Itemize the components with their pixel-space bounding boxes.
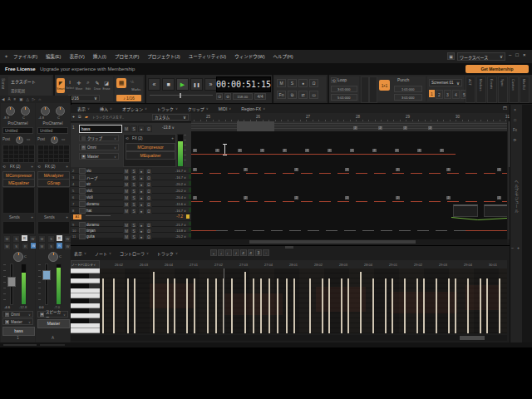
midi-clip-notes[interactable] (191, 201, 507, 202)
velocity-stem[interactable] (153, 272, 155, 333)
inspector-icon[interactable]: ▷ (32, 97, 35, 101)
loop-icon[interactable]: ⟲ (331, 77, 337, 83)
help-strip-icon-⟳[interactable]: ⟳ (513, 138, 517, 142)
fx-add-button[interactable]: + (66, 165, 68, 169)
collapsed-module-strip[interactable] (361, 76, 369, 103)
velocity-stem[interactable] (448, 278, 450, 333)
track-volume[interactable]: -20.2 ∨ (175, 234, 186, 239)
piano-roll-ruler[interactable]: 26:0226:0326:0427:0127:0227:0327:0428:01… (100, 260, 507, 268)
velocity-stem[interactable] (499, 278, 500, 333)
velocity-stem[interactable] (286, 278, 288, 333)
maximize-view-icon[interactable]: 🗖 (503, 106, 507, 111)
note-duration-button[interactable]: ♬ (248, 249, 254, 256)
collapsed-module-custom[interactable]: Custom (509, 76, 519, 103)
volume-fader[interactable] (7, 264, 14, 303)
velocity-stem[interactable] (341, 278, 342, 333)
track-row-7[interactable]: 7doramuMS●Ω-11.6 ∨ (71, 200, 191, 207)
fader-handle[interactable] (7, 277, 16, 287)
gain-knob[interactable] (41, 106, 50, 116)
track-row-10[interactable]: 10tinjanMS●Ω-13.8 ∨ (71, 227, 191, 233)
punch-to-field[interactable]: 3:01:000 (394, 94, 422, 101)
track-row-11[interactable]: 11guitaMS●Ω-20.2 ∨ (71, 233, 191, 239)
post-knob[interactable] (16, 136, 23, 144)
mix-icon-Ω[interactable]: Ω (309, 79, 318, 87)
midi-clip-line[interactable] (191, 230, 216, 231)
eq-display[interactable] (37, 145, 70, 163)
collapsed-module-events[interactable]: Events (487, 76, 497, 103)
velocity-stem[interactable] (186, 278, 188, 333)
volume-fader[interactable] (42, 264, 49, 303)
collapsed-module-strip[interactable] (369, 76, 377, 103)
export-range-label[interactable]: 選択範囲 (11, 89, 25, 92)
pause-button[interactable]: ❚❚ (190, 78, 203, 91)
input-dropdown[interactable]: ⊓Omni∨ (2, 311, 33, 318)
note-duration-button[interactable]: ♪ (233, 249, 239, 256)
note-duration-button[interactable]: 3 (255, 249, 262, 256)
track-volume[interactable]: -16.7 ∨ (175, 169, 186, 173)
gain-knob[interactable] (6, 106, 15, 116)
aux-send-knob[interactable] (86, 215, 111, 216)
menu-item[interactable]: プロセス(P) (115, 53, 139, 60)
strip-pan-knob[interactable] (13, 252, 23, 262)
auto-R-button[interactable]: R (57, 235, 62, 241)
menu-item[interactable]: 挿入(I) (93, 53, 106, 60)
countin-icon[interactable]: ⊘ (224, 93, 231, 100)
help-strip-icon-□[interactable]: □ (513, 118, 517, 122)
post-knob[interactable] (51, 136, 58, 144)
export-button[interactable]: エクスポート (11, 80, 36, 84)
auto-M-button[interactable]: M (3, 243, 11, 250)
velocity-stem[interactable] (134, 278, 135, 333)
track-row-5[interactable]: 5viol.MS●Ω-20.2 ∨ (71, 187, 191, 194)
zoom-in-button[interactable]: + (517, 246, 520, 250)
auto-S-button[interactable]: S (47, 235, 55, 243)
collapsed-module-markers[interactable]: Markers (476, 76, 486, 103)
mini-clip[interactable] (453, 204, 478, 217)
mix-icon-⇄[interactable]: ⇄ (298, 91, 308, 99)
velocity-stem[interactable] (385, 278, 387, 333)
menu-item[interactable]: ユーティリティ(U) (189, 53, 226, 60)
velocity-stem[interactable] (467, 278, 469, 333)
velocity-stem[interactable] (174, 278, 175, 333)
mini-clip[interactable] (484, 204, 507, 217)
piano-roll-hscrollbar[interactable] (71, 335, 507, 341)
post-bypass-icon[interactable]: ▭ (62, 137, 65, 141)
zoom-out-button[interactable]: – (511, 246, 514, 250)
velocity-stem[interactable] (436, 278, 437, 333)
punch-from-field[interactable]: 1:01:000 (394, 86, 422, 92)
menu-item[interactable]: 編集(E) (46, 53, 61, 60)
workspace-icon[interactable]: ▣ (447, 52, 455, 60)
velocity-stem[interactable] (277, 278, 278, 333)
dock-tab[interactable] (3, 344, 37, 346)
piano-roll-grid[interactable] (100, 268, 507, 333)
help-strip-icon-×[interactable]: × (513, 108, 517, 112)
velocity-stem[interactable] (360, 272, 362, 333)
screenset-1[interactable]: 1 (429, 90, 435, 97)
inspector-icon[interactable]: A (7, 97, 10, 101)
auto-S-button[interactable]: S (12, 235, 20, 243)
auto-R-button[interactable]: R (22, 235, 27, 241)
velocity-stem[interactable] (215, 278, 217, 333)
note-duration-button[interactable]: · (263, 249, 269, 256)
velocity-stem[interactable] (322, 278, 323, 333)
velocity-stem[interactable] (392, 278, 393, 333)
tool-move-button[interactable]: ✛Move (75, 78, 83, 93)
fx-bypass-icon[interactable]: ⟲ (2, 165, 6, 169)
inspector-icon[interactable]: ∩ (38, 97, 41, 101)
tool-resolution-dropdown[interactable]: 1/16∨ (68, 95, 100, 101)
auto-S-button[interactable]: S (12, 243, 20, 250)
tool-edit-button[interactable]: ⌕Edit (84, 78, 92, 93)
fx-add-button[interactable]: + (31, 165, 33, 169)
output-dropdown[interactable]: ◉スピーカー∨ (37, 311, 68, 318)
note-duration-button[interactable]: ♬ (240, 249, 247, 256)
dock-tab[interactable] (40, 344, 65, 346)
velocity-stem[interactable] (231, 278, 233, 333)
menu-item[interactable]: ヘルプ(H) (273, 53, 293, 60)
velocity-stem[interactable] (113, 278, 115, 333)
automation-envelope[interactable] (451, 217, 478, 220)
screenset-4[interactable]: 4 (452, 90, 460, 99)
fx-plugin-MEqualizer[interactable]: MEqualizer (2, 179, 35, 187)
tempo-value[interactable]: 158.00 (233, 93, 253, 100)
velocity-stem[interactable] (207, 278, 209, 333)
track-volume[interactable]: -11.6 ∨ (175, 202, 186, 206)
note-duration-button[interactable]: 𝅝 (210, 249, 217, 256)
